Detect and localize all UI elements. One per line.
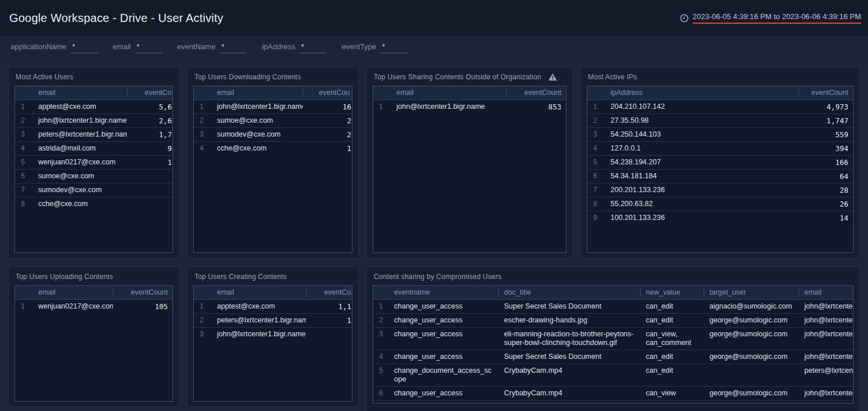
cell-ipAddress: 127.0.0.1 bbox=[605, 141, 799, 155]
table-row[interactable]: 9100.201.133.23614 bbox=[587, 211, 853, 225]
table-row[interactable]: 4cche@cxe.com1 bbox=[194, 141, 352, 155]
cell-eventCount: 394 bbox=[799, 141, 853, 155]
table-row[interactable]: 354.250.144.103559 bbox=[587, 127, 853, 141]
row-index: 1 bbox=[15, 100, 32, 113]
table-row[interactable]: 7200.201.133.23628 bbox=[587, 183, 853, 197]
data-table: emaileventCount1john@lxrtcenter1.bigr.na… bbox=[373, 86, 566, 113]
table-row[interactable]: 554.238.194.207166 bbox=[587, 155, 853, 169]
row-index: 1 bbox=[587, 100, 605, 113]
email-input[interactable] bbox=[135, 42, 162, 53]
eventName-input[interactable] bbox=[220, 42, 247, 53]
table-row[interactable]: 6change_user_accessCrybabyCam.mp4can_vie… bbox=[373, 386, 853, 400]
table-row[interactable]: 3sumodev@cxe.com2 bbox=[194, 127, 352, 141]
cell-eventCount: 853 bbox=[506, 100, 566, 113]
column-header: eventCount bbox=[113, 286, 172, 299]
row-index: 7 bbox=[587, 183, 605, 197]
table-row[interactable]: 8cche@cxe.com bbox=[15, 197, 172, 211]
table-row[interactable]: 1wenjuan0217@cxe.com105 bbox=[15, 299, 172, 313]
table-row[interactable]: 4change_user_accessSuper Secret Sales Do… bbox=[373, 350, 853, 364]
cell-eventCo: 1,1 bbox=[306, 299, 352, 313]
table-row[interactable]: 3john@lxrtcenter1.bigr.name bbox=[194, 327, 352, 341]
cell-ipAddress: 100.201.133.236 bbox=[605, 211, 799, 225]
cell-email: sumodev@cxe.com bbox=[211, 127, 303, 141]
cell-email: cche@cxe.com bbox=[211, 141, 303, 155]
cell-eventname: change_user_access bbox=[388, 299, 498, 313]
table-row[interactable]: 4127.0.0.1394 bbox=[587, 141, 853, 155]
row-index: 1 bbox=[373, 299, 388, 313]
table-row[interactable]: 2sumoe@cxe.com2 bbox=[194, 113, 352, 127]
cell-email: john@lxrtcenter bbox=[799, 313, 853, 327]
cell-new_value: can_edit bbox=[640, 313, 704, 327]
column-header: doc_title bbox=[498, 286, 640, 299]
table-row[interactable]: 6sumoe@cxe.com bbox=[15, 169, 172, 183]
cell-ipAddress: 54.250.144.103 bbox=[605, 127, 799, 141]
ipAddress-input[interactable] bbox=[300, 42, 326, 53]
panel-top-users-uploading: Top Users Uploading Contents emaileventC… bbox=[8, 266, 179, 407]
filter-applicationName: applicationName bbox=[10, 42, 98, 53]
row-index: 5 bbox=[15, 155, 32, 169]
row-index: 1 bbox=[373, 100, 391, 113]
row-index-header bbox=[15, 86, 32, 100]
table-row[interactable]: 3peters@lxrtcenter1.bigr.name1,7 bbox=[15, 127, 172, 141]
table-row[interactable]: 1john@lxrtcenter1.bigr.name853 bbox=[373, 100, 566, 113]
cell-new_value: can_edit bbox=[640, 350, 704, 364]
table-row[interactable]: 227.35.50.981,747 bbox=[587, 113, 853, 127]
cell-eventCount: 105 bbox=[113, 299, 172, 313]
panel-title: Top Users Creating Contents bbox=[187, 267, 358, 281]
cell-eventCo bbox=[127, 197, 172, 211]
cell-new_value: can_view, bbox=[640, 400, 704, 403]
panel-title: Content sharing by Compromised Users bbox=[367, 267, 859, 281]
table-row[interactable]: 2peters@lxrtcenter1.bigr.name1 bbox=[194, 313, 352, 327]
table-row[interactable]: 1apptest@cxe.com5,6 bbox=[15, 100, 172, 113]
table-row[interactable]: 3change_user_accesseli-manning-reaction-… bbox=[373, 327, 853, 350]
table-row[interactable]: 1apptest@cxe.com1,1 bbox=[194, 299, 352, 313]
applicationName-input[interactable] bbox=[71, 42, 98, 53]
cell-eventCo: 1 bbox=[306, 313, 352, 327]
table-row[interactable]: 654.34.181.18464 bbox=[587, 169, 853, 183]
table-row[interactable]: 2change_user_accessescher-drawing-hands.… bbox=[373, 313, 853, 327]
row-index-header bbox=[194, 86, 211, 100]
row-index-header bbox=[373, 86, 391, 100]
cell-email: sumodev@cxe.com bbox=[32, 183, 127, 197]
table-row[interactable]: 5wenjuan0217@cxe.com1 bbox=[15, 155, 172, 169]
table-row[interactable]: 5change_document_access_scopeCrybabyCam.… bbox=[373, 364, 853, 386]
table-row[interactable]: 7change_user_accessnewrelic.pngcan_view,… bbox=[373, 400, 853, 403]
table-row[interactable]: 1change_user_accessSuper Secret Sales Do… bbox=[373, 299, 853, 313]
row-index: 4 bbox=[587, 141, 605, 155]
row-index: 5 bbox=[587, 155, 605, 169]
cell-eventname: change_user_access bbox=[388, 350, 498, 364]
table-row[interactable]: 2john@lxrtcenter1.bigr.name2,6 bbox=[15, 113, 172, 127]
cell-eventCo: 1 bbox=[127, 155, 172, 169]
time-range-label: 2023-06-05 4:39:16 PM to 2023-06-06 4:39… bbox=[693, 12, 861, 24]
column-header: eventCou bbox=[303, 86, 352, 100]
row-index-header bbox=[15, 286, 32, 299]
dashboard: Most Active Users emaileventCo1apptest@c… bbox=[0, 60, 868, 411]
cell-email: wenjuan0217@cxe.com bbox=[32, 155, 127, 169]
eventType-input[interactable] bbox=[381, 42, 407, 53]
filter-eventType: eventType bbox=[341, 42, 407, 53]
warning-icon[interactable] bbox=[548, 73, 557, 81]
time-range-picker[interactable]: 2023-06-05 4:39:16 PM to 2023-06-06 4:39… bbox=[680, 12, 861, 24]
cell-email: cche@cxe.com bbox=[32, 197, 127, 211]
cell-eventCo: 9 bbox=[127, 141, 172, 155]
table-row[interactable]: 7sumodev@cxe.com bbox=[15, 183, 172, 197]
cell-email: peters@lxrtcenter1.bigr.name bbox=[32, 127, 127, 141]
cell-target_user: george@sumologic.com bbox=[704, 386, 799, 400]
cell-email: sumoe@cxe.com bbox=[32, 169, 127, 183]
row-index: 2 bbox=[15, 113, 32, 127]
table-row[interactable]: 4astrida@mxil.com9 bbox=[15, 141, 172, 155]
cell-email: astrida@mxil.com bbox=[32, 141, 127, 155]
row-index: 3 bbox=[15, 127, 32, 141]
cell-doc_title: eli-manning-reaction-to-brother-peytons-… bbox=[498, 327, 640, 350]
panel-most-active-users: Most Active Users emaileventCo1apptest@c… bbox=[8, 67, 179, 258]
table-row[interactable]: 1john@lxrtcenter1.bigr.name16 bbox=[194, 100, 352, 113]
row-index: 1 bbox=[15, 299, 32, 313]
filter-label: eventType bbox=[341, 42, 376, 51]
cell-email: john@lxrtcenter bbox=[799, 386, 853, 400]
table-row[interactable]: 1204.210.107.1424,973 bbox=[587, 100, 853, 113]
row-index: 4 bbox=[194, 141, 211, 155]
top-users-uploading-table: emaileventCount1wenjuan0217@cxe.com105 bbox=[14, 285, 173, 402]
cell-eventCount: 559 bbox=[799, 127, 853, 141]
table-row[interactable]: 855.200.63.8226 bbox=[587, 197, 853, 211]
cell-eventname: change_user_access bbox=[388, 386, 498, 400]
